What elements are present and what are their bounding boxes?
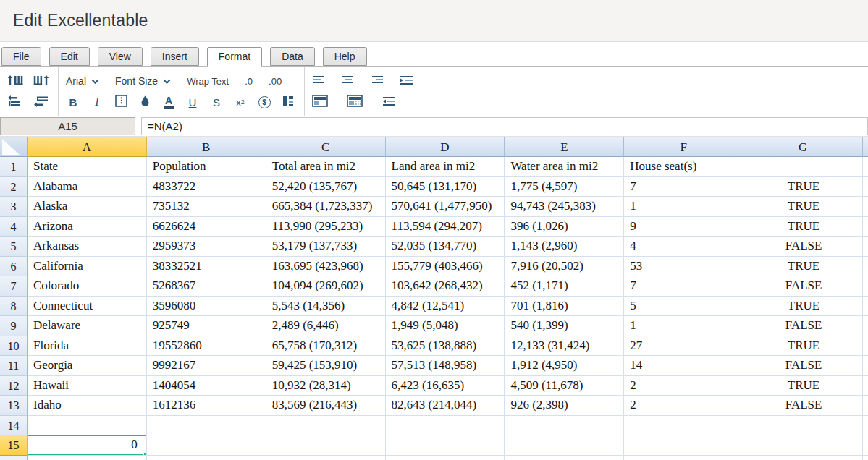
cell-E14[interactable] bbox=[505, 416, 624, 436]
cell-D9[interactable]: 1,949 (5,048) bbox=[386, 316, 505, 336]
tab-insert[interactable]: Insert bbox=[151, 47, 199, 66]
cell-C11[interactable]: 59,425 (153,910) bbox=[266, 356, 386, 376]
cell-D15[interactable] bbox=[386, 435, 505, 456]
align-center-button[interactable] bbox=[341, 72, 355, 90]
cell-G5[interactable]: FALSE bbox=[743, 237, 863, 257]
cell-A14[interactable] bbox=[28, 416, 147, 436]
row-header-12[interactable]: 12 bbox=[0, 376, 28, 396]
font-family-dropdown[interactable]: Arial bbox=[66, 75, 99, 87]
borders-button[interactable] bbox=[114, 93, 128, 111]
cell-B3[interactable]: 735132 bbox=[147, 197, 266, 217]
unmerge-cells-button[interactable] bbox=[347, 93, 363, 111]
cell-C14[interactable] bbox=[266, 416, 386, 436]
row-header-2[interactable]: 2 bbox=[0, 177, 28, 197]
cell-C9[interactable]: 2,489 (6,446) bbox=[266, 316, 386, 336]
cell-D1[interactable]: Land area in mi2 bbox=[386, 157, 505, 177]
cell-C10[interactable]: 65,758 (170,312) bbox=[266, 336, 386, 357]
cell-E11[interactable]: 1,912 (4,950) bbox=[505, 356, 624, 376]
row-header-5[interactable]: 5 bbox=[0, 237, 28, 257]
cell-E6[interactable]: 7,916 (20,502) bbox=[505, 257, 624, 277]
row-header-10[interactable]: 10 bbox=[0, 336, 28, 357]
cell-reference-box[interactable]: A15 bbox=[0, 117, 135, 135]
column-header-G[interactable]: G bbox=[743, 137, 863, 157]
cell-F6[interactable]: 53 bbox=[624, 257, 743, 277]
cell-D5[interactable]: 52,035 (134,770) bbox=[386, 237, 505, 257]
insert-column-left-button[interactable] bbox=[7, 72, 23, 90]
cell-A11[interactable]: Georgia bbox=[28, 356, 147, 376]
cell-F1[interactable]: House seat(s) bbox=[624, 157, 743, 177]
cell-A10[interactable]: Florida bbox=[28, 336, 147, 357]
cell-F10[interactable]: 27 bbox=[624, 336, 743, 357]
cell-E5[interactable]: 1,143 (2,960) bbox=[505, 237, 624, 257]
cell-G11[interactable]: FALSE bbox=[743, 356, 863, 376]
cell-B8[interactable]: 3596080 bbox=[147, 297, 266, 317]
cell-D11[interactable]: 57,513 (148,958) bbox=[386, 356, 505, 376]
cell-E3[interactable]: 94,743 (245,383) bbox=[505, 197, 624, 217]
indent-increase-button[interactable] bbox=[399, 72, 413, 90]
align-left-button[interactable] bbox=[312, 72, 326, 90]
cell-F11[interactable]: 14 bbox=[624, 356, 743, 376]
insert-column-right-button[interactable] bbox=[33, 72, 49, 90]
decrease-decimal-button[interactable]: .0 bbox=[245, 76, 253, 87]
superscript-button[interactable]: x2 bbox=[233, 93, 248, 111]
insert-row-below-button[interactable] bbox=[33, 93, 49, 111]
tab-format[interactable]: Format bbox=[207, 47, 262, 67]
row-header-11[interactable]: 11 bbox=[0, 356, 28, 376]
cell-D16[interactable] bbox=[386, 456, 505, 460]
column-header-A[interactable]: A bbox=[28, 137, 147, 157]
cell-E16[interactable] bbox=[505, 456, 624, 460]
column-header-C[interactable]: C bbox=[266, 137, 386, 157]
wrap-text-button[interactable]: Wrap Text bbox=[187, 76, 229, 87]
cell-D8[interactable]: 4,842 (12,541) bbox=[386, 297, 505, 317]
column-header-F[interactable]: F bbox=[624, 137, 743, 157]
cell-G10[interactable]: TRUE bbox=[743, 336, 863, 357]
cell-B16[interactable] bbox=[147, 456, 266, 460]
cell-A2[interactable]: Alabama bbox=[28, 177, 147, 197]
cell-G16[interactable] bbox=[743, 456, 863, 460]
cell-A13[interactable]: Idaho bbox=[28, 396, 147, 416]
cell-D4[interactable]: 113,594 (294,207) bbox=[386, 217, 505, 237]
insert-row-above-button[interactable] bbox=[7, 93, 23, 111]
cell-E2[interactable]: 1,775 (4,597) bbox=[505, 177, 624, 197]
tab-file[interactable]: File bbox=[1, 47, 41, 66]
cell-G7[interactable]: FALSE bbox=[743, 276, 863, 297]
align-right-button[interactable] bbox=[370, 72, 384, 90]
cell-E10[interactable]: 12,133 (31,424) bbox=[505, 336, 624, 357]
cell-F12[interactable]: 2 bbox=[624, 376, 743, 396]
cell-E13[interactable]: 926 (2,398) bbox=[505, 396, 624, 416]
cell-C7[interactable]: 104,094 (269,602) bbox=[266, 276, 386, 297]
underline-button[interactable]: U bbox=[185, 93, 200, 111]
cell-E12[interactable]: 4,509 (11,678) bbox=[505, 376, 624, 396]
cell-C6[interactable]: 163,695 (423,968) bbox=[266, 257, 386, 277]
cell-B4[interactable]: 6626624 bbox=[147, 217, 266, 237]
strikethrough-button[interactable]: S bbox=[209, 93, 224, 111]
cell-F5[interactable]: 4 bbox=[624, 237, 743, 257]
cell-C15[interactable] bbox=[266, 435, 386, 456]
row-header-15[interactable]: 15 bbox=[0, 435, 28, 456]
cell-B1[interactable]: Population bbox=[147, 157, 266, 177]
row-header-14[interactable]: 14 bbox=[0, 416, 28, 436]
cell-B2[interactable]: 4833722 bbox=[147, 177, 266, 197]
row-header-16[interactable] bbox=[0, 456, 28, 460]
cell-G9[interactable]: FALSE bbox=[743, 316, 863, 336]
cell-style-button[interactable] bbox=[281, 93, 295, 111]
column-header-E[interactable]: E bbox=[505, 137, 624, 157]
cell-F4[interactable]: 9 bbox=[624, 217, 743, 237]
cell-C5[interactable]: 53,179 (137,733) bbox=[266, 237, 386, 257]
italic-button[interactable]: I bbox=[90, 93, 104, 111]
column-header-D[interactable]: D bbox=[386, 137, 505, 157]
cell-A1[interactable]: State bbox=[28, 157, 147, 177]
row-header-4[interactable]: 4 bbox=[0, 217, 28, 237]
cell-D13[interactable]: 82,643 (214,044) bbox=[386, 396, 505, 416]
font-size-dropdown[interactable]: Font Size bbox=[115, 75, 171, 87]
cell-B11[interactable]: 9992167 bbox=[147, 356, 266, 376]
text-color-button[interactable]: A bbox=[161, 93, 176, 111]
cell-C8[interactable]: 5,543 (14,356) bbox=[266, 297, 386, 317]
cell-F9[interactable]: 1 bbox=[624, 316, 743, 336]
cell-B10[interactable]: 19552860 bbox=[147, 336, 266, 357]
cell-F13[interactable]: 2 bbox=[624, 396, 743, 416]
cell-G2[interactable]: TRUE bbox=[743, 177, 863, 197]
bold-button[interactable]: B bbox=[66, 93, 80, 111]
cell-G3[interactable]: TRUE bbox=[743, 197, 863, 217]
cell-E9[interactable]: 540 (1,399) bbox=[505, 316, 624, 336]
